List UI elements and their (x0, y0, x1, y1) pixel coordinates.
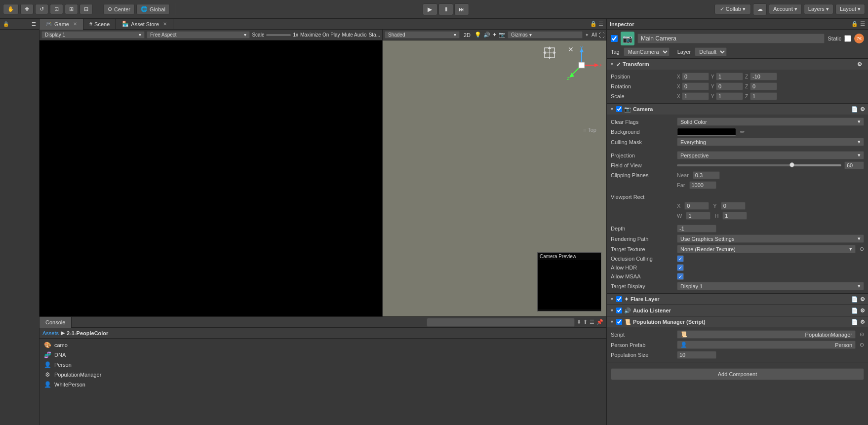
flare-file-icon[interactable]: 📄 (851, 296, 858, 303)
flare-layer-checkbox[interactable] (616, 296, 622, 302)
center-btn[interactable]: ⊙ Center (103, 4, 135, 14)
population-manager-header[interactable]: ▼ 📜 Population Manager (Script) 📄 ⚙ (607, 316, 868, 327)
script-pick-icon[interactable]: ⊙ (860, 331, 864, 338)
inspector-menu-icon[interactable]: ☰ (860, 21, 865, 27)
tab-scene[interactable]: # Scene (83, 19, 116, 30)
projection-dropdown[interactable]: Perspective ▾ (677, 151, 864, 159)
pos-x-input[interactable] (682, 73, 709, 80)
depth-input[interactable] (677, 225, 716, 232)
color-picker-icon[interactable]: ✏ (740, 129, 745, 135)
shading-dropdown[interactable]: Shaded ▾ (385, 31, 460, 39)
assets-link[interactable]: Assets (42, 330, 59, 336)
tab-lock-icon[interactable]: 🔒 ☰ (590, 21, 606, 27)
inspector-lock-icon[interactable]: 🔒 (851, 21, 858, 27)
expand-icon[interactable]: ⬆ (583, 319, 588, 325)
add-component-btn[interactable]: Add Component (611, 368, 864, 380)
rendering-path-dropdown[interactable]: Use Graphics Settings ▾ (677, 234, 864, 243)
fx-icon[interactable]: ✦ (492, 32, 497, 38)
maximize-btn[interactable]: Maximize On Play (300, 32, 340, 38)
tag-dropdown[interactable]: MainCamera (624, 47, 670, 56)
pos-y-input[interactable] (716, 73, 743, 80)
population-size-input[interactable] (677, 351, 716, 359)
pop-manager-file-icon[interactable]: 📄 (851, 319, 858, 325)
target-texture-dropdown[interactable]: None (Render Texture) ▾ (677, 245, 856, 253)
display-dropdown[interactable]: Display 1 ▾ (41, 31, 145, 39)
collapse-icon[interactable]: ⬇ (577, 319, 581, 325)
move-tool-btn[interactable]: ✚ (20, 4, 34, 14)
collab-btn[interactable]: ✓ Collab ▾ (714, 4, 751, 14)
pop-manager-settings-icon[interactable]: ⚙ (860, 319, 865, 325)
mute-btn[interactable]: Mute Audio (342, 32, 367, 38)
near-input[interactable] (693, 171, 720, 179)
account-dropdown[interactable]: Account ▾ (769, 4, 802, 14)
transform-tool-btn[interactable]: ⊟ (79, 4, 93, 14)
person-prefab-field[interactable]: 👤 Person (677, 341, 856, 349)
play-btn[interactable]: ▶ (423, 3, 437, 15)
scale-z-input[interactable] (750, 92, 777, 100)
scene-viewport[interactable]: Y X Z (383, 40, 606, 316)
audio-icon[interactable]: 🔊 (483, 32, 490, 38)
clear-flags-dropdown[interactable]: Solid Color ▾ (677, 117, 864, 126)
layout-dropdown[interactable]: Layout ▾ (835, 4, 865, 14)
scale-x-input[interactable] (682, 92, 709, 100)
aspect-dropdown[interactable]: Free Aspect ▾ (147, 31, 250, 39)
light-icon[interactable]: 💡 (474, 32, 481, 38)
list-item[interactable]: 🧬DNA (41, 350, 604, 359)
target-display-dropdown[interactable]: Display 1 ▾ (677, 282, 864, 290)
rect-tool-btn[interactable]: ⊞ (65, 4, 78, 14)
audio-file-icon[interactable]: 📄 (851, 308, 858, 314)
scale-tool-btn[interactable]: ⊡ (50, 4, 63, 14)
flare-layer-header[interactable]: ▼ ✦ Flare Layer 📄 ⚙ (607, 294, 868, 305)
console-search[interactable] (427, 318, 575, 327)
pop-manager-checkbox[interactable] (616, 319, 622, 325)
vp-x-input[interactable] (684, 202, 709, 210)
flare-settings-icon[interactable]: ⚙ (860, 296, 865, 303)
scene-expand-icon[interactable]: ⛶ (599, 32, 604, 38)
rotate-tool-btn[interactable]: ↺ (35, 4, 48, 14)
asset-store-close[interactable]: ✕ (163, 21, 167, 27)
global-btn[interactable]: 🌐 Global (136, 4, 170, 14)
vp-h-input[interactable] (722, 212, 747, 220)
obj-name-input[interactable] (637, 34, 825, 43)
game-tab-close[interactable]: ✕ (73, 21, 77, 27)
rot-y-input[interactable] (716, 82, 743, 90)
tab-asset-store[interactable]: 🏪 Asset Store ✕ (116, 19, 173, 30)
transform-settings-icon[interactable]: ⚙ (857, 61, 862, 68)
far-input[interactable] (689, 181, 716, 189)
audio-settings-icon[interactable]: ⚙ (860, 308, 865, 314)
fov-slider[interactable] (677, 164, 841, 166)
camera-settings-icon[interactable]: ⚙ (860, 106, 865, 113)
person-prefab-pick-icon[interactable]: ⊙ (860, 342, 864, 348)
gizmos-dropdown[interactable]: Gizmos ▾ (508, 31, 583, 39)
culling-mask-dropdown[interactable]: Everything ▾ (677, 138, 864, 146)
tab-game[interactable]: 🎮 Game ✕ (39, 19, 83, 30)
2d-btn[interactable]: 2D (462, 32, 473, 38)
camera-enabled-checkbox[interactable] (616, 106, 622, 112)
target-texture-pick-icon[interactable]: ⊙ (860, 246, 864, 252)
fov-input[interactable] (844, 161, 864, 169)
pos-z-input[interactable] (750, 73, 777, 80)
scale-slider[interactable] (266, 34, 291, 36)
layers-dropdown[interactable]: Layers ▾ (804, 4, 833, 14)
audio-listener-header[interactable]: ▼ 🔊 Audio Listener 📄 ⚙ (607, 305, 868, 316)
transform-header[interactable]: ▼ ⤢ Transform ⚙ (607, 59, 868, 70)
camera-file-icon[interactable]: 📄 (851, 106, 858, 113)
scene-camera-icon[interactable]: 📷 (499, 32, 506, 38)
menu-icon[interactable]: ☰ (32, 21, 36, 27)
allow-hdr-checkbox[interactable]: ✓ (677, 264, 684, 271)
background-color-swatch[interactable] (677, 128, 736, 136)
list-item[interactable]: 👤WhitePerson (41, 380, 604, 389)
layer-dropdown[interactable]: Default (695, 47, 727, 56)
allow-msaa-checkbox[interactable]: ✓ (677, 273, 684, 280)
audio-checkbox[interactable] (616, 308, 622, 313)
hand-tool-btn[interactable]: ✋ (3, 4, 19, 14)
rot-x-input[interactable] (682, 82, 709, 90)
pin-icon[interactable]: 📌 (596, 319, 603, 325)
list-item[interactable]: ⚙PopulationManager (41, 370, 604, 379)
vp-w-input[interactable] (686, 212, 710, 220)
obj-active-checkbox[interactable] (611, 35, 618, 42)
camera-header[interactable]: ▼ 📷 Camera 📄 ⚙ (607, 104, 868, 115)
game-viewport[interactable] (39, 40, 382, 316)
scale-y-input[interactable] (716, 92, 743, 100)
pause-btn[interactable]: ⏸ (438, 3, 453, 15)
